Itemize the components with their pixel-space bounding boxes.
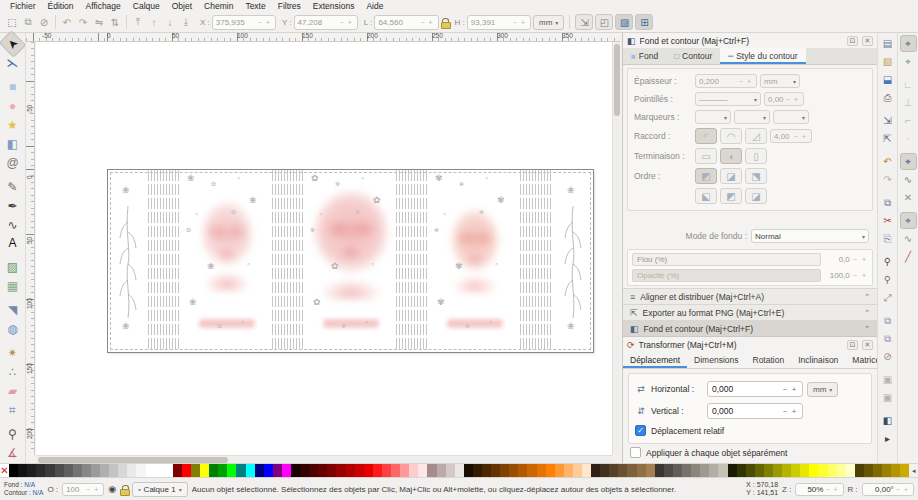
palette-swatch[interactable] [655, 464, 664, 477]
palette-swatch[interactable] [291, 464, 300, 477]
palette-swatch[interactable] [737, 464, 746, 477]
palette-swatch[interactable] [82, 464, 91, 477]
palette-swatch[interactable] [45, 464, 54, 477]
y-field[interactable]: 47,208−+ [294, 15, 358, 30]
spiral-tool[interactable]: @ [2, 154, 23, 172]
raise-to-top-icon[interactable]: ⤒ [130, 14, 146, 30]
menu-extensions[interactable]: Extensions [307, 1, 361, 12]
snap-cusp-icon[interactable]: ⌖ [900, 212, 917, 229]
star-tool[interactable]: ★ [2, 116, 23, 134]
opacity-slider[interactable]: Opacité (%) [632, 269, 821, 282]
join-bevel-button[interactable]: ◿ [745, 128, 767, 144]
palette-swatch[interactable] [473, 464, 482, 477]
dash-pattern-dropdown[interactable]: ————▾ [695, 92, 761, 106]
shade-dialog-button[interactable]: ⊡ [847, 340, 858, 350]
tab-dimensions[interactable]: Dimensions [687, 352, 745, 368]
palette-swatch[interactable] [873, 464, 882, 477]
palette-swatch[interactable] [264, 464, 273, 477]
blend-mode-dropdown[interactable]: Normal▾ [751, 229, 869, 243]
eraser-tool[interactable]: ▰ [2, 382, 23, 400]
palette-swatch[interactable] [855, 464, 864, 477]
deselect-icon[interactable]: ⊘ [36, 14, 52, 30]
marker-mid-dropdown[interactable]: ▾ [734, 110, 770, 124]
palette-swatch[interactable] [637, 464, 646, 477]
collapse-caret-icon[interactable]: ⌃ [864, 293, 870, 301]
palette-swatch[interactable] [564, 464, 573, 477]
snap-bbox-icon[interactable]: ⌖ [900, 53, 917, 70]
palette-swatch[interactable] [546, 464, 555, 477]
palette-none-swatch[interactable]: ✕ [0, 464, 9, 477]
zoom-drawing-icon[interactable]: ⚲ [879, 253, 896, 270]
raise-icon[interactable]: ↑ [146, 14, 162, 30]
palette-swatch[interactable] [64, 464, 73, 477]
fill-stroke-indicator[interactable]: Fond : N/A Contour : N/A [4, 481, 43, 497]
palette-swatch[interactable] [55, 464, 64, 477]
x-field[interactable]: 375,935−+ [212, 15, 276, 30]
palette-swatch[interactable] [627, 464, 636, 477]
palette-swatch[interactable] [409, 464, 418, 477]
relative-move-checkbox[interactable]: ✓ [635, 425, 646, 436]
palette-swatch[interactable] [900, 464, 909, 477]
palette-swatch[interactable] [600, 464, 609, 477]
palette-swatch[interactable] [400, 464, 409, 477]
box3d-tool[interactable]: ◧ [2, 135, 23, 153]
palette-swatch[interactable] [18, 464, 27, 477]
measure-tool[interactable]: ∡ [2, 444, 23, 462]
palette-swatch[interactable] [837, 464, 846, 477]
pencil-tool[interactable]: ✎ [2, 178, 23, 196]
dropper-tool[interactable]: ◥ [2, 301, 23, 319]
cap-round-button[interactable]: ◖ [720, 148, 742, 164]
menu-filtres[interactable]: Filtres [272, 1, 307, 12]
export-icon[interactable]: ⇱ [879, 130, 896, 147]
palette-swatch[interactable] [355, 464, 364, 477]
palette-swatch[interactable] [200, 464, 209, 477]
menu-aide[interactable]: Aide [360, 1, 389, 12]
tab-contour[interactable]: □Contour [666, 48, 720, 64]
layer-visibility-icon[interactable]: ◉ [108, 484, 116, 494]
palette-swatch[interactable] [782, 464, 791, 477]
menu-fichier[interactable]: Fichier [4, 1, 42, 12]
palette-scroll-arrow[interactable]: ◂ [909, 464, 918, 477]
palette-swatch[interactable] [236, 464, 245, 477]
new-document-icon[interactable]: ▤ [879, 35, 896, 52]
order-fill-stroke-markers-button[interactable]: ◩ [695, 168, 717, 184]
palette-swatch[interactable] [464, 464, 473, 477]
edit-clone2-icon[interactable]: ▣ [879, 389, 896, 406]
palette-swatch[interactable] [336, 464, 345, 477]
palette-swatch[interactable] [809, 464, 818, 477]
menu-calque[interactable]: Calque [127, 1, 166, 12]
vertical-ruler[interactable]: -50050100150200 [26, 42, 35, 455]
canvas[interactable]: ❀❀ ❀✿◦❀✿◦❀✿◦❀✿◦ ✿✾◦✿✾◦✿✾◦✿✾◦ ✾❀◦✾❀◦✾❀◦✾❀… [36, 42, 612, 455]
palette-swatch[interactable] [537, 464, 546, 477]
snap-intersection-icon[interactable]: ✕ [900, 189, 917, 206]
duplicate-icon[interactable]: ⧉ [879, 312, 896, 329]
palette-swatch[interactable] [155, 464, 164, 477]
palette-swatch[interactable] [700, 464, 709, 477]
rotate-cw-icon[interactable]: ↷ [75, 14, 91, 30]
palette-swatch[interactable] [191, 464, 200, 477]
height-field[interactable]: 93,391−+ [467, 15, 531, 30]
palette-swatch[interactable] [518, 464, 527, 477]
order-markers-stroke-fill-button[interactable]: ◪ [745, 188, 767, 204]
order-stroke-markers-fill-button[interactable]: ◩ [720, 188, 742, 204]
palette-swatch[interactable] [718, 464, 727, 477]
select-all-icon[interactable]: ⬚ [4, 14, 20, 30]
snap-bbox-edge-icon[interactable]: ∟ [900, 76, 917, 93]
palette-swatch[interactable] [36, 464, 45, 477]
menu-édition[interactable]: Édition [42, 1, 80, 12]
tab-style-du-contour[interactable]: ┅Style du contour [720, 48, 805, 64]
palette-swatch[interactable] [364, 464, 373, 477]
collapse-caret-icon[interactable]: ⌃ [864, 325, 870, 333]
horizontal-ruler[interactable]: -50050100150200250300350 [26, 33, 620, 42]
vertical-scrollbar[interactable] [612, 42, 620, 455]
palette-swatch[interactable] [136, 464, 145, 477]
palette-swatch[interactable] [773, 464, 782, 477]
lock-ratio-icon[interactable] [441, 18, 449, 27]
calligraphy-tool[interactable]: ✒ [2, 197, 23, 215]
width-field[interactable]: 64,560−+ [374, 15, 438, 30]
zoom-tool[interactable]: ⚲ [2, 425, 23, 443]
import-icon[interactable]: ⇲ [879, 112, 896, 129]
snap-bbox-corner-icon[interactable]: ⊥ [900, 94, 917, 111]
snap-bbox-center-icon[interactable]: · [900, 130, 917, 147]
palette-swatch[interactable] [800, 464, 809, 477]
